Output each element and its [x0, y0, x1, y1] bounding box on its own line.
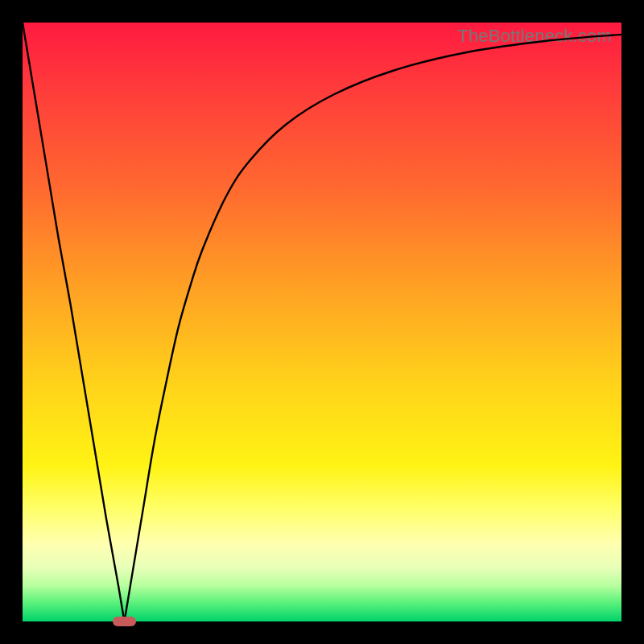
plot-area: TheBottleneck.com — [23, 23, 621, 621]
watermark: TheBottleneck.com — [457, 26, 612, 47]
minimum-marker — [113, 617, 137, 626]
bottleneck-curve — [23, 23, 621, 621]
chart-frame: TheBottleneck.com — [0, 0, 644, 644]
